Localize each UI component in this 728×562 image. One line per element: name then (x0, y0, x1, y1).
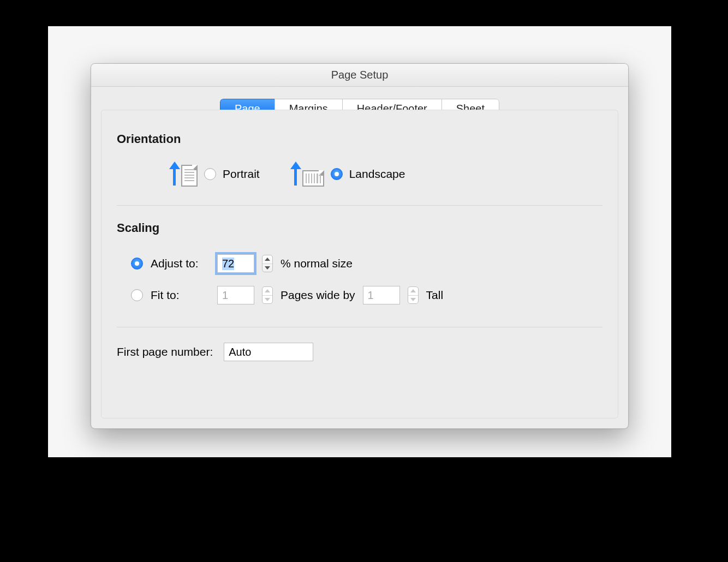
landscape-label: Landscape (349, 168, 405, 181)
fit-to-radio[interactable] (131, 289, 143, 301)
scaling-block: Adjust to: % normal size Fit to: (117, 250, 602, 308)
fit-to-row: Fit to: Pages wide by Tall (131, 282, 602, 308)
fit-to-wide-input[interactable] (217, 286, 254, 304)
adjust-to-label: Adjust to: (151, 257, 210, 270)
first-page-number-label: First page number: (117, 345, 213, 358)
adjust-to-row: Adjust to: % normal size (131, 250, 602, 277)
stepper-down-icon[interactable] (262, 264, 272, 272)
orientation-landscape-option[interactable]: Landscape (293, 162, 405, 187)
fit-to-tall-input[interactable] (363, 286, 400, 304)
adjust-to-input[interactable] (217, 254, 254, 273)
adjust-to-radio[interactable] (131, 258, 143, 270)
adjust-to-suffix: % normal size (281, 257, 353, 270)
page-setup-window: Page Setup Page Margins Header/Footer Sh… (91, 63, 629, 429)
page-tab-panel: Orientation Portrait (101, 110, 618, 418)
divider-1 (117, 205, 602, 206)
portrait-icon (171, 162, 198, 187)
orientation-heading: Orientation (117, 132, 602, 146)
stepper-down-icon[interactable] (408, 296, 418, 304)
fit-to-tall-stepper[interactable] (408, 286, 419, 304)
first-page-number-input[interactable] (224, 343, 313, 361)
orientation-portrait-option[interactable]: Portrait (171, 162, 260, 187)
divider-2 (117, 327, 602, 327)
adjust-to-stepper[interactable] (262, 255, 273, 272)
portrait-radio[interactable] (204, 168, 216, 180)
fit-to-wide-stepper[interactable] (262, 286, 273, 304)
landscape-radio[interactable] (331, 168, 343, 180)
stepper-up-icon[interactable] (262, 255, 272, 264)
stepper-down-icon[interactable] (262, 296, 272, 304)
tall-label: Tall (426, 289, 444, 302)
scaling-heading: Scaling (117, 221, 602, 235)
first-page-number-row: First page number: (117, 343, 602, 361)
orientation-options: Portrait Landscape (171, 162, 602, 187)
pages-wide-by-label: Pages wide by (281, 289, 355, 302)
portrait-label: Portrait (223, 168, 260, 181)
landscape-icon (293, 162, 324, 187)
fit-to-label: Fit to: (151, 289, 210, 302)
stepper-up-icon[interactable] (262, 287, 272, 296)
window-titlebar: Page Setup (91, 64, 628, 87)
desktop-background: Page Setup Page Margins Header/Footer Sh… (48, 26, 671, 457)
window-title: Page Setup (331, 69, 389, 81)
stepper-up-icon[interactable] (408, 287, 418, 296)
